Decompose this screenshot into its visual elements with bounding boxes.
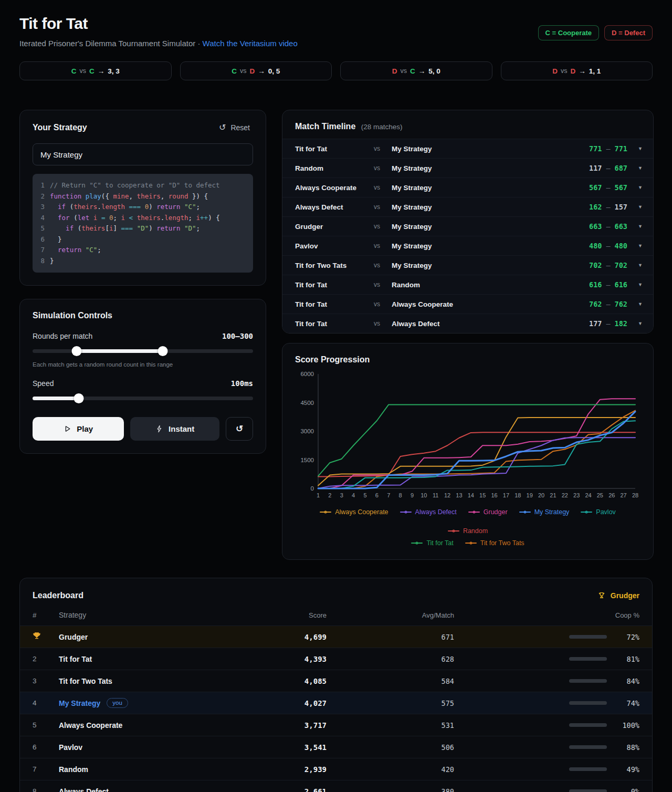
rounds-slider-handle-max[interactable] — [158, 346, 167, 356]
strategy-name: Grudger — [59, 633, 88, 641]
match-strategy-a: Tit for Tat — [295, 281, 374, 289]
chevron-down-icon[interactable]: ▼ — [636, 301, 643, 307]
match-row[interactable]: Always CooperatevsMy Strategy567–567▼ — [282, 178, 653, 197]
payoff-arrow-icon: → — [258, 67, 265, 75]
col-strategy: Strategy — [59, 611, 264, 619]
score-dash: – — [606, 222, 610, 231]
rounds-slider-handle-min[interactable] — [72, 346, 82, 356]
match-row[interactable]: Tit for TatvsAlways Cooperate762–762▼ — [282, 294, 653, 314]
match-row[interactable]: Tit for Two TatsvsMy Strategy702–702▼ — [282, 255, 653, 275]
your-strategy-card: Your Strategy ↺ Reset 1// Return "C" to … — [19, 110, 266, 286]
match-row[interactable]: Tit for TatvsRandom616–616▼ — [282, 275, 653, 294]
chevron-down-icon[interactable]: ▼ — [636, 263, 643, 268]
svg-text:23: 23 — [573, 492, 580, 498]
svg-text:25: 25 — [597, 492, 603, 498]
match-row[interactable]: GrudgervsMy Strategy663–663▼ — [282, 216, 653, 236]
code-line: 2function play({ mine, theirs, round }) … — [38, 191, 247, 202]
match-score: 567–567 — [589, 183, 627, 192]
match-strategy-a: Always Defect — [295, 203, 374, 211]
match-row[interactable]: PavlovvsMy Strategy480–480▼ — [282, 236, 653, 255]
leaderboard-row: 5Always Cooperate3,717531100% — [20, 714, 652, 736]
legend-item-always-defect[interactable]: Always Defect — [400, 508, 457, 516]
line-number: 6 — [38, 234, 45, 245]
speed-slider[interactable] — [33, 393, 253, 403]
match-row[interactable]: Tit for TatvsMy Strategy771–771▼ — [282, 139, 653, 158]
reset-label: Reset — [230, 123, 250, 132]
instant-button[interactable]: Instant — [130, 417, 219, 441]
score-a: 117 — [589, 164, 602, 172]
payoff-box: CvsD→0, 5 — [180, 61, 332, 80]
score-dash: – — [606, 261, 610, 269]
veritasium-video-link[interactable]: Watch the Veritasium video — [203, 39, 298, 48]
score-b: 687 — [615, 164, 627, 172]
match-score: 162–157 — [589, 203, 627, 211]
strategy-reset-button[interactable]: ↺ Reset — [216, 122, 253, 133]
leaderboard-row: 2Tit for Tat4,39362881% — [20, 648, 652, 670]
match-score: 702–702 — [589, 261, 627, 269]
legend-item-random[interactable]: Random — [448, 527, 488, 535]
avg-cell: 671 — [327, 633, 454, 641]
legend-item-always-cooperate[interactable]: Always Cooperate — [320, 508, 388, 516]
score-cell: 3,717 — [264, 721, 327, 730]
chevron-down-icon[interactable]: ▼ — [636, 146, 643, 151]
legend-marker-icon — [465, 543, 477, 544]
chevron-down-icon[interactable]: ▼ — [636, 224, 643, 229]
chevron-down-icon[interactable]: ▼ — [636, 321, 643, 326]
match-strategy-b: My Strategy — [392, 242, 589, 250]
rounds-range-slider[interactable] — [33, 346, 253, 356]
speed-label: Speed — [33, 379, 54, 388]
legend-label: Grudger — [484, 508, 508, 516]
chevron-down-icon[interactable]: ▼ — [636, 165, 643, 171]
svg-text:16: 16 — [491, 492, 497, 498]
series-line-pavlov — [318, 421, 635, 488]
score-dash: – — [606, 319, 610, 328]
legend-marker-icon — [581, 512, 592, 513]
coop-percent: 81% — [615, 655, 639, 663]
legend-label: Tit for Tat — [426, 539, 453, 547]
payoff-matrix-strip: CvsC→3, 3CvsD→0, 5DvsC→5, 0DvsD→1, 1 — [19, 61, 653, 80]
legend-item-my-strategy[interactable]: My Strategy — [519, 508, 570, 516]
payoff-letter-b: C — [410, 67, 415, 75]
legend-item-pavlov[interactable]: Pavlov — [581, 508, 616, 516]
svg-text:5: 5 — [363, 492, 366, 498]
payoff-arrow-icon: → — [418, 67, 426, 75]
avg-cell: 506 — [327, 743, 454, 752]
simulation-reset-button[interactable]: ↺ — [226, 417, 253, 441]
match-row[interactable]: RandomvsMy Strategy117–687▼ — [282, 158, 653, 178]
chevron-down-icon[interactable]: ▼ — [636, 282, 643, 287]
payoff-letter-a: D — [392, 67, 397, 75]
line-number: 8 — [38, 256, 45, 267]
payoff-result: 3, 3 — [108, 67, 120, 75]
match-strategy-b: Always Cooperate — [392, 300, 589, 308]
chevron-down-icon[interactable]: ▼ — [636, 204, 643, 210]
code-line: 1// Return "C" to cooperate or "D" to de… — [38, 180, 247, 191]
strategy-name-input[interactable] — [33, 143, 253, 165]
strategy-name: Pavlov — [59, 743, 82, 752]
score-b: 480 — [615, 242, 627, 250]
play-label: Play — [77, 424, 93, 433]
champion-name: Grudger — [611, 591, 639, 600]
coop-cell: 100% — [454, 721, 639, 730]
match-row[interactable]: Tit for TatvsAlways Defect177–182▼ — [282, 314, 653, 333]
legend-item-tit-for-two-tats[interactable]: Tit for Two Tats — [465, 539, 524, 547]
payoff-vs-label: vs — [79, 67, 86, 75]
strategy-code-editor[interactable]: 1// Return "C" to cooperate or "D" to de… — [33, 174, 253, 273]
chevron-down-icon[interactable]: ▼ — [636, 243, 643, 248]
match-strategy-b: My Strategy — [392, 223, 589, 231]
page: Tit for Tat Iterated Prisoner's Dilemma … — [0, 0, 672, 792]
speed-slider-handle[interactable] — [74, 393, 84, 403]
payoff-arrow-icon: → — [579, 67, 586, 75]
legend-item-tit-for-tat[interactable]: Tit for Tat — [411, 539, 453, 547]
svg-text:4500: 4500 — [300, 400, 314, 406]
chevron-down-icon[interactable]: ▼ — [636, 185, 643, 190]
rank-cell: 3 — [33, 677, 59, 685]
chart-legend-row1: Always CooperateAlways DefectGrudgerMy S… — [295, 508, 640, 535]
line-number: 5 — [38, 223, 45, 234]
reset-icon: ↺ — [236, 423, 243, 434]
strategy-cell: Always Defect — [59, 787, 264, 792]
score-a: 162 — [589, 203, 602, 211]
match-row[interactable]: Always DefectvsMy Strategy162–157▼ — [282, 197, 653, 216]
play-icon — [64, 425, 71, 433]
play-button[interactable]: Play — [33, 417, 124, 441]
legend-item-grudger[interactable]: Grudger — [468, 508, 508, 516]
